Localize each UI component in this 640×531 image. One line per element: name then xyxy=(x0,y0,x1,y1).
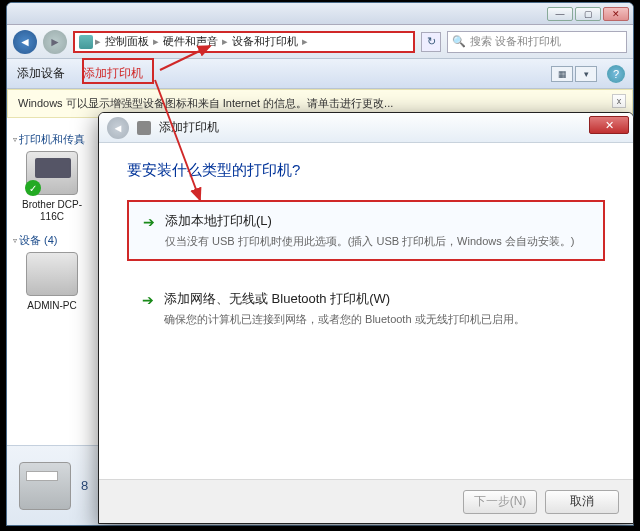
breadcrumb-item[interactable]: 设备和打印机 xyxy=(230,34,300,49)
maximize-button[interactable]: ▢ xyxy=(575,7,601,21)
back-button[interactable]: ◄ xyxy=(13,30,37,54)
view-options: ▦ ▾ xyxy=(551,66,597,82)
chevron-right-icon: ▸ xyxy=(222,35,228,48)
arrow-right-icon: ➔ xyxy=(143,214,155,249)
dialog-back-button[interactable]: ◄ xyxy=(107,117,129,139)
device-list: ▿ 打印机和传真 ✓ Brother DCP-116C ▿ 设备 (4) ADM… xyxy=(7,118,97,446)
group-header-devices[interactable]: ▿ 设备 (4) xyxy=(13,233,91,248)
option-description: 仅当没有 USB 打印机时使用此选项。(插入 USB 打印机后，Windows … xyxy=(165,234,589,249)
device-item-pc[interactable]: ADMIN-PC xyxy=(13,252,91,312)
navigation-bar: ◄ ► ▸ 控制面板 ▸ 硬件和声音 ▸ 设备和打印机 ▸ ↻ 🔍 搜索 设备和… xyxy=(7,25,633,59)
option-add-network-printer[interactable]: ➔ 添加网络、无线或 Bluetooth 打印机(W) 确保您的计算机已连接到网… xyxy=(127,279,605,338)
arrow-right-icon: ➔ xyxy=(142,292,154,327)
next-button[interactable]: 下一步(N) xyxy=(463,490,537,514)
search-input[interactable]: 🔍 搜索 设备和打印机 xyxy=(447,31,627,53)
dialog-footer: 下一步(N) 取消 xyxy=(99,479,633,523)
infobar-text: Windows 可以显示增强型设备图标和来自 Internet 的信息。请单击进… xyxy=(18,96,393,111)
printer-icon: ✓ xyxy=(26,151,78,195)
group-header-printers[interactable]: ▿ 打印机和传真 xyxy=(13,132,91,147)
add-printer-button[interactable]: 添加打印机 xyxy=(83,65,143,82)
option-title: 添加本地打印机(L) xyxy=(165,212,589,230)
device-label: ADMIN-PC xyxy=(13,300,91,312)
collapse-icon: ▿ xyxy=(13,135,17,144)
infobar-close-button[interactable]: x xyxy=(612,94,626,108)
option-title: 添加网络、无线或 Bluetooth 打印机(W) xyxy=(164,290,590,308)
device-label: Brother DCP-116C xyxy=(13,199,91,223)
status-count: 8 xyxy=(81,478,88,493)
minimize-button[interactable]: — xyxy=(547,7,573,21)
search-placeholder: 搜索 设备和打印机 xyxy=(470,34,561,49)
dialog-titlebar: ◄ 添加打印机 ✕ xyxy=(99,113,633,143)
breadcrumb-bar[interactable]: ▸ 控制面板 ▸ 硬件和声音 ▸ 设备和打印机 ▸ xyxy=(73,31,415,53)
add-printer-dialog: ◄ 添加打印机 ✕ 要安装什么类型的打印机? ➔ 添加本地打印机(L) 仅当没有… xyxy=(98,112,634,524)
breadcrumb-item[interactable]: 控制面板 xyxy=(103,34,151,49)
command-toolbar: 添加设备 添加打印机 ▦ ▾ ? xyxy=(7,59,633,89)
search-icon: 🔍 xyxy=(452,35,466,48)
chevron-right-icon: ▸ xyxy=(153,35,159,48)
help-button[interactable]: ? xyxy=(607,65,625,83)
option-description: 确保您的计算机已连接到网络，或者您的 Bluetooth 或无线打印机已启用。 xyxy=(164,312,590,327)
refresh-button[interactable]: ↻ xyxy=(421,32,441,52)
printer-icon xyxy=(137,121,151,135)
status-printer-icon xyxy=(19,462,71,510)
collapse-icon: ▿ xyxy=(13,236,17,245)
dialog-body: 要安装什么类型的打印机? ➔ 添加本地打印机(L) 仅当没有 USB 打印机时使… xyxy=(99,143,633,375)
dialog-close-button[interactable]: ✕ xyxy=(589,116,629,134)
forward-button[interactable]: ► xyxy=(43,30,67,54)
cancel-button[interactable]: 取消 xyxy=(545,490,619,514)
window-titlebar: — ▢ ✕ xyxy=(7,3,633,25)
breadcrumb-item[interactable]: 硬件和声音 xyxy=(161,34,220,49)
option-add-local-printer[interactable]: ➔ 添加本地打印机(L) 仅当没有 USB 打印机时使用此选项。(插入 USB … xyxy=(127,200,605,261)
computer-icon xyxy=(26,252,78,296)
chevron-right-icon: ▸ xyxy=(302,35,308,48)
close-button[interactable]: ✕ xyxy=(603,7,629,21)
device-item-printer[interactable]: ✓ Brother DCP-116C xyxy=(13,151,91,223)
group-label: 打印机和传真 xyxy=(19,132,85,147)
view-dropdown-button[interactable]: ▾ xyxy=(575,66,597,82)
dialog-title: 添加打印机 xyxy=(159,119,219,136)
dialog-heading: 要安装什么类型的打印机? xyxy=(127,161,605,180)
add-device-button[interactable]: 添加设备 xyxy=(17,65,65,82)
location-icon xyxy=(79,35,93,49)
default-check-icon: ✓ xyxy=(25,180,41,196)
group-label: 设备 (4) xyxy=(19,233,58,248)
view-icons-button[interactable]: ▦ xyxy=(551,66,573,82)
chevron-right-icon: ▸ xyxy=(95,35,101,48)
